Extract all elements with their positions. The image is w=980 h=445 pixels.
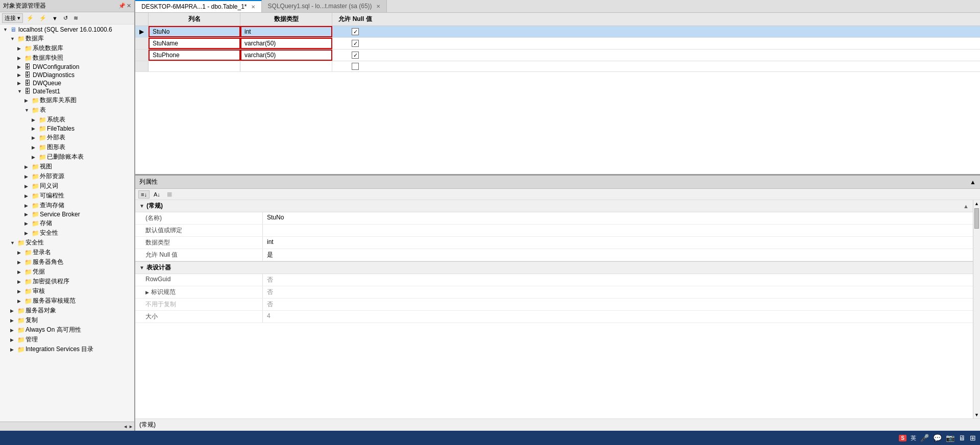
row3-allownull[interactable]: ✓ (332, 50, 378, 61)
scroll-up-arrow[interactable]: ▲ (973, 200, 980, 207)
management-expand[interactable]: ▶ (10, 337, 17, 342)
tab-sql-query[interactable]: SQLQuery1.sql - lo...t.master (sa (65)) … (262, 0, 387, 12)
views-expand[interactable]: ▶ (24, 164, 32, 169)
tree-node-graphtables[interactable]: ▶ 📁 图形表 (0, 142, 134, 152)
datetest1-expand[interactable]: ▼ (17, 89, 24, 94)
row2-colname[interactable]: StuName (149, 38, 240, 49)
synonyms-expand[interactable]: ▶ (24, 184, 32, 189)
prop-default-value[interactable] (263, 225, 973, 236)
row2-datatype[interactable]: varchar(50) (240, 38, 332, 49)
connect-button[interactable]: 连接 ▾ (2, 13, 23, 23)
filter-dropdown[interactable]: ▼ (50, 14, 60, 22)
tree-node-sysdb[interactable]: ▶ 📁 系统数据库 (0, 43, 134, 53)
tree-node-datetest1[interactable]: ▼ 🗄 DateTest1 (0, 87, 134, 95)
table-row[interactable]: StuPhone varchar(50) ✓ (135, 50, 980, 61)
credentials-expand[interactable]: ▶ (17, 269, 24, 275)
tree-node-management[interactable]: ▶ 📁 管理 (0, 335, 134, 344)
row4-allownull[interactable] (332, 61, 378, 71)
collapse-button[interactable]: ≋ (71, 14, 80, 22)
prop-section-tabledesigner-header[interactable]: ▼ 表设计器 (135, 261, 973, 274)
prop-pages-btn[interactable]: ▦ (164, 190, 175, 199)
tree-node-integrationservices[interactable]: ▶ 📁 Integration Services 目录 (0, 344, 134, 354)
tree-container[interactable]: ▼ 🖥 localhost (SQL Server 16.0.1000.6 ▼ … (0, 24, 134, 422)
table-row[interactable]: StuName varchar(50) ✓ (135, 38, 980, 50)
cryptoproviders-expand[interactable]: ▶ (17, 279, 24, 284)
prop-datatype-value[interactable]: int (263, 237, 973, 249)
tree-node-extresources[interactable]: ▶ 📁 外部资源 (0, 171, 134, 181)
icon1[interactable]: 🎤 (920, 434, 929, 442)
tree-node-programmability[interactable]: ▶ 📁 可编程性 (0, 191, 134, 201)
row2-allownull[interactable]: ✓ (332, 38, 378, 49)
prop-name-value[interactable]: StuNo (263, 212, 973, 224)
audits-expand[interactable]: ▶ (17, 289, 24, 294)
table-row[interactable]: ▶ StuNo int ✓ (135, 26, 980, 38)
row1-allownull[interactable]: ✓ (332, 26, 378, 37)
externaltables-expand[interactable]: ▶ (32, 135, 39, 140)
tree-node-cryptoproviders[interactable]: ▶ 📁 加密提供程序 (0, 277, 134, 286)
tree-node-dbsnap[interactable]: ▶ 📁 数据库快照 (0, 53, 134, 63)
icon3[interactable]: 📷 (946, 434, 954, 442)
tree-node-security[interactable]: ▼ 📁 安全性 (0, 238, 134, 248)
row3-checkbox[interactable]: ✓ (352, 52, 359, 59)
filter-button[interactable]: ⚡ (37, 14, 48, 22)
prop-sort-category-btn[interactable]: ≡↓ (138, 190, 150, 199)
row4-colname[interactable] (149, 61, 240, 71)
row4-checkbox[interactable] (352, 63, 359, 70)
icon4[interactable]: 🖥 (959, 434, 966, 442)
row1-colname[interactable]: StuNo (149, 26, 240, 37)
tree-node-serveraudit[interactable]: ▶ 📁 服务器审核规范 (0, 296, 134, 306)
icon5[interactable]: ⊞ (970, 434, 976, 442)
row1-datatype[interactable]: int (240, 26, 332, 37)
servicebroker-expand[interactable]: ▶ (24, 212, 32, 217)
dbsnap-expand[interactable]: ▶ (17, 56, 24, 61)
scroll-left-icon[interactable]: ◄ (123, 424, 128, 429)
tree-node-views[interactable]: ▶ 📁 视图 (0, 162, 134, 171)
tree-node-databases[interactable]: ▼ 📁 数据库 (0, 34, 134, 43)
serveraudit-expand[interactable]: ▶ (17, 299, 24, 304)
scroll-down-arrow[interactable]: ▼ (973, 411, 980, 418)
tree-node-dwconfig[interactable]: ▶ 🗄 DWConfiguration (0, 63, 134, 71)
tree-node-dbsecurity[interactable]: ▶ 📁 安全性 (0, 228, 134, 238)
dbsecurity-expand[interactable]: ▶ (24, 231, 32, 236)
tree-node-serverobjects[interactable]: ▶ 📁 服务器对象 (0, 306, 134, 315)
prop-size-value[interactable]: 4 (263, 311, 973, 323)
table-row[interactable] (135, 61, 980, 72)
tree-node-logins[interactable]: ▶ 📁 登录名 (0, 248, 134, 257)
general-scroll-up-icon[interactable]: ▲ (963, 203, 969, 209)
tree-node-querystore[interactable]: ▶ 📁 查询存储 (0, 201, 134, 210)
tab-table-designer[interactable]: DESKTOP-6M4PRA...1 - dbo.Table_1* ✕ (135, 0, 262, 12)
row3-colname[interactable]: StuPhone (149, 50, 240, 61)
properties-collapse-icon[interactable]: ▲ (970, 179, 976, 186)
close-icon[interactable]: ✕ (127, 3, 131, 9)
prop-notreplicate-value[interactable]: 否 (263, 299, 973, 310)
tree-node-alwayson[interactable]: ▶ 📁 Always On 高可用性 (0, 325, 134, 335)
prop-rowguid-value[interactable]: 否 (263, 274, 973, 286)
tree-node-dwqueue[interactable]: ▶ 🗄 DWQueue (0, 79, 134, 87)
tree-node-externaltables[interactable]: ▶ 📁 外部表 (0, 133, 134, 142)
tree-node-filetables[interactable]: ▶ 📁 FileTables (0, 125, 134, 133)
icon2[interactable]: 💬 (933, 434, 942, 442)
identity-expand-icon[interactable]: ▶ (145, 290, 149, 295)
dwqueue-expand[interactable]: ▶ (17, 81, 24, 86)
tree-node-dwdiag[interactable]: ▶ 🗄 DWDiagnostics (0, 71, 134, 79)
systable-expand[interactable]: ▶ (32, 117, 39, 122)
pin-icon[interactable]: 📌 (118, 3, 126, 9)
tree-node-synonyms[interactable]: ▶ 📁 同义词 (0, 181, 134, 191)
tables-expand[interactable]: ▼ (24, 108, 32, 113)
replication-expand[interactable]: ▶ (10, 318, 17, 323)
refresh-button[interactable]: ↺ (61, 14, 70, 22)
serverroles-expand[interactable]: ▶ (17, 260, 24, 265)
tree-node-serverroles[interactable]: ▶ 📁 服务器角色 (0, 257, 134, 267)
prog-expand[interactable]: ▶ (24, 193, 32, 199)
filetables-expand[interactable]: ▶ (32, 126, 39, 131)
prop-sort-alpha-btn[interactable]: A↓ (151, 190, 163, 199)
security-expand[interactable]: ▼ (10, 240, 17, 245)
tab-sql-close[interactable]: ✕ (376, 4, 380, 9)
tree-node-systable[interactable]: ▶ 📁 系统表 (0, 115, 134, 125)
props-scrollbar[interactable]: ▲ ▼ (973, 200, 980, 418)
logins-expand[interactable]: ▶ (17, 250, 24, 255)
prop-identity-value[interactable]: 否 (263, 286, 973, 298)
scroll-thumb[interactable] (974, 208, 979, 229)
db-folder-expand[interactable]: ▼ (10, 36, 17, 41)
tab-table-designer-close[interactable]: ✕ (251, 4, 255, 10)
